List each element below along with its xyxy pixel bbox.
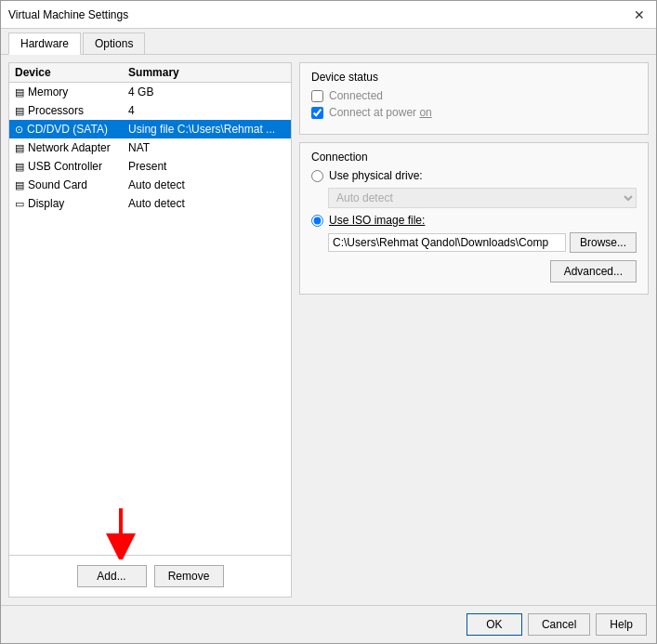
table-row[interactable]: ▤USB ControllerPresent [9, 157, 291, 176]
device-status-title: Device status [311, 71, 637, 84]
device-cell: ▤USB Controller [9, 157, 123, 176]
display-icon: ▭ [15, 198, 24, 209]
physical-drive-label: Use physical drive: [329, 169, 423, 182]
device-cell: ▤Network Adapter [9, 138, 123, 157]
iso-label: Use ISO image file: [329, 214, 425, 227]
connect-power-checkbox[interactable] [311, 107, 323, 119]
iso-path-input[interactable] [328, 233, 566, 252]
auto-detect-select[interactable]: Auto detect [328, 188, 637, 208]
device-cell: ▤Processors [9, 101, 123, 120]
tab-options[interactable]: Options [83, 33, 145, 54]
summary-cell: Auto detect [123, 176, 291, 194]
table-row[interactable]: ▤Processors4 [9, 101, 291, 120]
advanced-button[interactable]: Advanced... [550, 260, 637, 283]
auto-detect-row: Auto detect [328, 188, 637, 208]
device-cell: ⊙CD/DVD (SATA) [9, 120, 123, 138]
iso-label-text: Use ISO image file: [329, 214, 425, 227]
browse-button[interactable]: Browse... [570, 232, 637, 253]
device-cell: ▭Display [9, 194, 123, 213]
memory-icon: ▤ [15, 86, 24, 98]
summary-cell: 4 [123, 101, 291, 120]
connected-checkbox[interactable] [311, 90, 323, 102]
connection-title: Connection [311, 151, 637, 164]
table-row[interactable]: ▤Memory4 GB [9, 83, 291, 102]
physical-drive-radio[interactable] [311, 170, 323, 182]
device-status-group: Device status Connected Connect at power… [299, 62, 649, 135]
summary-cell: Present [123, 157, 291, 176]
help-button[interactable]: Help [596, 613, 647, 636]
table-row[interactable]: ▤Network AdapterNAT [9, 138, 291, 157]
add-button[interactable]: Add... [77, 565, 147, 587]
cancel-button[interactable]: Cancel [528, 613, 590, 636]
footer: OK Cancel Help [1, 605, 656, 643]
network-icon: ▤ [15, 142, 24, 153]
close-button[interactable]: ✕ [630, 6, 649, 24]
connect-power-row: Connect at power on [311, 106, 637, 119]
tab-hardware[interactable]: Hardware [8, 33, 81, 55]
physical-drive-row: Use physical drive: [311, 169, 637, 182]
virtual-machine-settings-window: Virtual Machine Settings ✕ Hardware Opti… [0, 0, 657, 644]
iso-path-row: Browse... [328, 232, 637, 253]
summary-cell: Using file C:\Users\Rehmat ... [123, 120, 291, 138]
power-on-link[interactable]: on [419, 106, 431, 119]
col-device: Device [9, 63, 123, 83]
remove-button[interactable]: Remove [154, 565, 224, 587]
advanced-row: Advanced... [311, 260, 637, 283]
col-summary: Summary [123, 63, 291, 83]
right-panel: Device status Connected Connect at power… [299, 62, 649, 598]
device-cell: ▤Sound Card [9, 176, 123, 194]
ok-button[interactable]: OK [466, 613, 522, 636]
connect-power-label: Connect at power on [329, 106, 432, 119]
main-content: Device Summary ▤Memory4 GB▤Processors4⊙C… [1, 55, 656, 605]
usb-icon: ▤ [15, 161, 24, 172]
iso-radio[interactable] [311, 215, 323, 227]
summary-cell: NAT [123, 138, 291, 157]
connection-group: Connection Use physical drive: Auto dete… [299, 142, 649, 295]
device-cell: ▤Memory [9, 83, 123, 102]
iso-radio-row: Use ISO image file: [311, 214, 637, 227]
cd-icon: ⊙ [15, 124, 23, 135]
left-panel-buttons: Add... Remove [9, 555, 291, 597]
summary-cell: 4 GB [123, 83, 291, 102]
tab-bar: Hardware Options [1, 29, 656, 55]
connected-row: Connected [311, 89, 637, 102]
table-row[interactable]: ▭DisplayAuto detect [9, 194, 291, 213]
sound-icon: ▤ [15, 179, 24, 191]
title-bar: Virtual Machine Settings ✕ [1, 1, 656, 29]
summary-cell: Auto detect [123, 194, 291, 213]
connected-label: Connected [329, 89, 383, 102]
left-panel: Device Summary ▤Memory4 GB▤Processors4⊙C… [8, 62, 292, 598]
processor-icon: ▤ [15, 105, 24, 116]
table-row[interactable]: ▤Sound CardAuto detect [9, 176, 291, 194]
device-table: Device Summary ▤Memory4 GB▤Processors4⊙C… [9, 63, 291, 555]
table-row[interactable]: ⊙CD/DVD (SATA)Using file C:\Users\Rehmat… [9, 120, 291, 138]
window-title: Virtual Machine Settings [8, 8, 128, 21]
